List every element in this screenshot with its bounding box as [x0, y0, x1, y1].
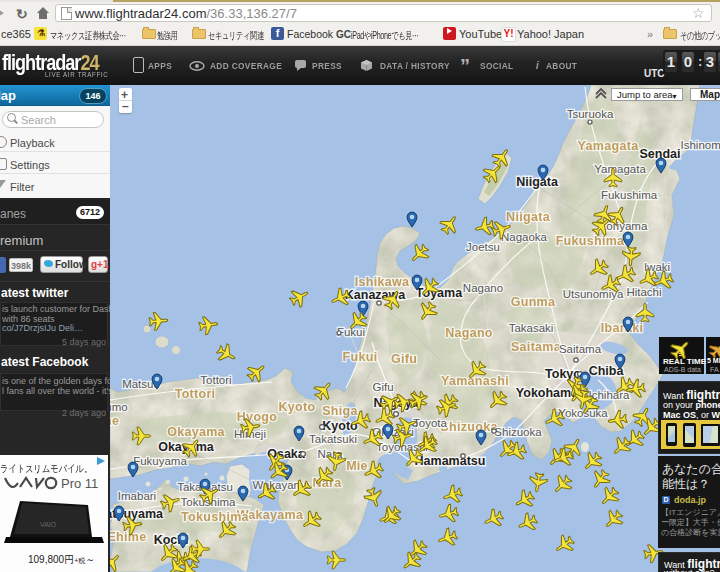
- svg-text:Nagaoka: Nagaoka: [501, 231, 548, 243]
- svg-text:Kyoto: Kyoto: [279, 400, 316, 414]
- svg-text:Tottori: Tottori: [175, 387, 216, 401]
- svg-text:Hamamatsu: Hamamatsu: [415, 454, 486, 468]
- svg-text:Yamagata: Yamagata: [594, 163, 646, 175]
- svg-text:Fukushima: Fukushima: [556, 234, 625, 248]
- svg-text:Yamanashi: Yamanashi: [441, 374, 509, 388]
- svg-text:Pro 11: Pro 11: [61, 476, 98, 491]
- svg-text:Yamagata: Yamagata: [578, 139, 640, 153]
- svg-text:Ishikawa: Ishikawa: [355, 275, 410, 289]
- svg-text:Ishinomaki: Ishinomaki: [681, 139, 720, 151]
- svg-text:Fukushima: Fukushima: [601, 189, 658, 201]
- svg-text:Mie: Mie: [346, 459, 368, 473]
- svg-text:Tokushima: Tokushima: [181, 510, 250, 524]
- svg-text:Ehime: Ehime: [110, 530, 147, 544]
- svg-text:ane: ane: [110, 414, 119, 428]
- svg-text:Fukuyama: Fukuyama: [133, 455, 187, 467]
- svg-text:Gunma: Gunma: [511, 295, 556, 309]
- svg-text:Ibaraki: Ibaraki: [601, 321, 643, 335]
- svg-text:Imabari: Imabari: [118, 490, 156, 502]
- svg-text:Gifu: Gifu: [391, 352, 417, 366]
- svg-text:Shiga: Shiga: [322, 404, 358, 418]
- svg-text:Saitama: Saitama: [559, 343, 602, 355]
- svg-text:Niigata: Niigata: [516, 175, 559, 189]
- svg-text:Shizuoka: Shizuoka: [440, 420, 498, 434]
- svg-text:Kyoto: Kyoto: [322, 419, 358, 433]
- svg-text:Tsuruoka: Tsuruoka: [567, 108, 614, 120]
- svg-text:Fukui: Fukui: [343, 350, 378, 364]
- svg-text:Gifu: Gifu: [372, 381, 393, 393]
- svg-text:Takasaki: Takasaki: [509, 322, 554, 334]
- svg-text:Tottori: Tottori: [200, 374, 231, 386]
- svg-text:Saitama: Saitama: [511, 340, 562, 354]
- svg-text:Yokohama: Yokohama: [516, 386, 579, 400]
- svg-text:Toyota: Toyota: [413, 417, 447, 429]
- svg-text:Takatsuki: Takatsuki: [309, 433, 357, 445]
- svg-text:Okayama: Okayama: [167, 425, 225, 439]
- svg-text:Hyogo: Hyogo: [237, 410, 277, 424]
- svg-text:Shizuoka: Shizuoka: [494, 426, 542, 438]
- svg-text:Joetsu: Joetsu: [466, 241, 500, 253]
- svg-text:Nagano: Nagano: [463, 282, 503, 294]
- svg-text:Izumo: Izumo: [110, 401, 128, 413]
- svg-text:Hitachi: Hitachi: [626, 286, 661, 298]
- svg-text:VAIO: VAIO: [40, 521, 57, 528]
- svg-text:Niigata: Niigata: [506, 210, 551, 224]
- svg-text:Nagano: Nagano: [445, 326, 493, 340]
